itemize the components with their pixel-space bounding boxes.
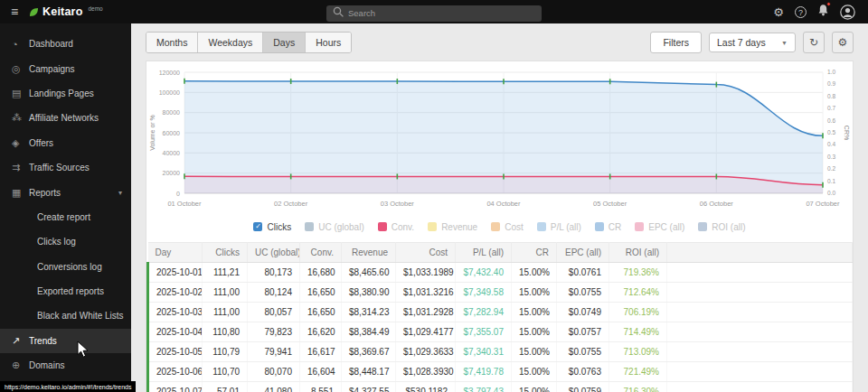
column-header-conv[interactable]: Conv. (300, 243, 342, 263)
app-logo[interactable]: Keitaro demo (29, 5, 103, 18)
chart-settings-button[interactable]: ⚙ (832, 32, 854, 53)
legend-item-roi-all[interactable]: ROI (all) (698, 222, 745, 232)
avatar[interactable] (840, 5, 855, 20)
legend-item-cost[interactable]: Cost (491, 222, 524, 232)
y-tick-label: 20000 (163, 170, 181, 176)
sidebar-item-label: Landings Pages (29, 89, 94, 98)
menu-icon[interactable]: ≡ (0, 5, 29, 19)
legend-swatch (378, 222, 387, 231)
sidebar-item-domains[interactable]: ⊕Domains (0, 353, 131, 378)
sidebar-item-clicks-log[interactable]: Clicks log (0, 229, 131, 254)
cell-conv: 8,551 (300, 382, 342, 392)
settings-gear-icon[interactable]: ⚙ (773, 5, 784, 19)
cell-p-l-all: $7,419.78 (456, 362, 512, 382)
search-input[interactable] (326, 5, 542, 22)
cell-day: 2025-10-02 (148, 283, 203, 303)
legend-item-p-l-all[interactable]: P/L (all) (537, 222, 581, 232)
tab-weekdays[interactable]: Weekdays (198, 33, 263, 52)
cell-cost: $1,029.4177 (396, 322, 456, 342)
cell-roi-all: 716.30% (609, 382, 667, 392)
notifications-bell-icon[interactable] (817, 4, 829, 20)
cell-uc-global: 80,124 (248, 283, 300, 303)
x-tick-label: 07 October (806, 200, 840, 208)
sidebar-item-exported-reports[interactable]: Exported reports (0, 279, 131, 303)
cell-revenue: $4,327.55 (342, 382, 396, 392)
cell-clicks: 57,01 (203, 382, 248, 392)
cell-day: 2025-10-05 (148, 342, 203, 362)
cell-conv: 16,620 (300, 322, 342, 342)
sidebar-item-reports[interactable]: ▦Reports▾ (0, 180, 131, 204)
cell-filler (667, 342, 853, 362)
column-header-epc-all[interactable]: EPC (all) (557, 243, 609, 263)
column-header-revenue[interactable]: Revenue (342, 243, 396, 263)
tab-hours[interactable]: Hours (306, 33, 351, 52)
sidebar-item-dashboard[interactable]: ◔Dashboard (0, 32, 131, 56)
right-tick-label: 0.0 (827, 190, 835, 196)
sidebar-item-label: Black and White Lists (37, 311, 124, 321)
column-header-p-l-all[interactable]: P/L (all) (456, 243, 512, 263)
sidebar-item-landings-pages[interactable]: ▤Landings Pages (0, 81, 131, 106)
cell-day: 2025-10-03 (148, 303, 203, 322)
tab-days[interactable]: Days (263, 33, 306, 52)
sidebar-item-create-report[interactable]: Create report (0, 205, 131, 229)
cell-filler (667, 283, 853, 303)
column-header-day[interactable]: Day (148, 243, 203, 263)
column-header-cr[interactable]: CR (512, 243, 557, 263)
logo-text: Keitaro (42, 5, 82, 18)
domains-icon: ⊕ (12, 359, 29, 371)
column-header-clicks[interactable]: Clicks (203, 243, 248, 263)
legend-item-epc-all[interactable]: EPC (all) (635, 222, 684, 232)
cell-cost: $530.1182 (396, 382, 456, 392)
left-axis-title: Volume or % (149, 115, 156, 151)
sidebar-item-offers[interactable]: ◈Offers (0, 131, 131, 155)
cell-epc-all: $0.0755 (557, 342, 609, 362)
cell-roi-all: 712.64% (609, 283, 667, 303)
column-header-uc-global[interactable]: UC (global) (248, 243, 300, 263)
date-range-select[interactable]: Last 7 days ▼ (709, 33, 796, 52)
table-row: 2025-10-02111,0080,12416,650$8,380.90$1,… (148, 283, 853, 303)
cell-revenue: $8,465.60 (342, 263, 396, 283)
sidebar-item-traffic-sources[interactable]: ⇉Traffic Sources (0, 155, 131, 180)
sidebar-item-black-and-white-lists[interactable]: Black and White Lists (0, 303, 131, 328)
sidebar-item-campaigns[interactable]: ◎Campaigns (0, 56, 131, 80)
cell-clicks: 111,00 (203, 303, 248, 322)
x-tick-label: 06 October (700, 200, 734, 208)
legend-label: P/L (all) (551, 222, 581, 232)
sidebar-item-label: Trends (29, 336, 57, 346)
help-icon[interactable]: ? (795, 6, 807, 18)
column-header-cost[interactable]: Cost (396, 243, 456, 263)
leaf-icon (29, 7, 39, 17)
legend-item-clicks[interactable]: ✓Clicks (253, 222, 291, 232)
tab-months[interactable]: Months (146, 33, 198, 52)
cell-uc-global: 80,057 (248, 303, 300, 322)
cell-cr: 15.00% (512, 342, 557, 362)
filters-button[interactable]: Filters (650, 32, 702, 53)
cell-roi-all: 721.49% (609, 362, 667, 382)
cell-roi-all: 714.49% (609, 322, 667, 342)
cell-cr: 15.00% (512, 382, 557, 392)
cell-epc-all: $0.0763 (557, 362, 609, 382)
statusbar-url: https://demo.keitaro.io/admin/#!/trends/… (0, 381, 136, 392)
cell-day: 2025-10-01 (148, 263, 203, 283)
legend-item-revenue[interactable]: Revenue (428, 222, 477, 232)
right-tick-label: 0.6 (827, 117, 835, 124)
table-row: 2025-10-06110,7080,07016,604$8,448.17$1,… (148, 362, 853, 382)
cell-p-l-all: $3,797.43 (456, 382, 512, 392)
sidebar-item-label: Domains (29, 360, 64, 370)
trend-table: DayClicksUC (global)Conv.RevenueCostP/L … (146, 242, 853, 392)
cell-filler (667, 303, 853, 322)
sidebar-item-label: Affiliate Networks (29, 113, 99, 123)
refresh-button[interactable]: ↻ (803, 32, 825, 53)
legend-label: Cost (505, 222, 524, 232)
legend-label: CR (609, 222, 621, 232)
right-tick-label: 0.5 (827, 129, 835, 135)
legend-item-cr[interactable]: CR (595, 222, 621, 232)
legend-item-uc-global[interactable]: UC (global) (305, 222, 364, 232)
sidebar-item-conversions-log[interactable]: Conversions log (0, 255, 131, 279)
dashboard-icon: ◔ (12, 39, 29, 50)
legend-item-conv[interactable]: Conv. (378, 222, 414, 232)
cell-uc-global: 79,941 (248, 342, 300, 362)
column-header-roi-all[interactable]: ROI (all) (609, 243, 667, 263)
sidebar-item-affiliate-networks[interactable]: ⁂Affiliate Networks (0, 106, 131, 130)
sidebar-item-trends[interactable]: ↗Trends (0, 329, 131, 353)
